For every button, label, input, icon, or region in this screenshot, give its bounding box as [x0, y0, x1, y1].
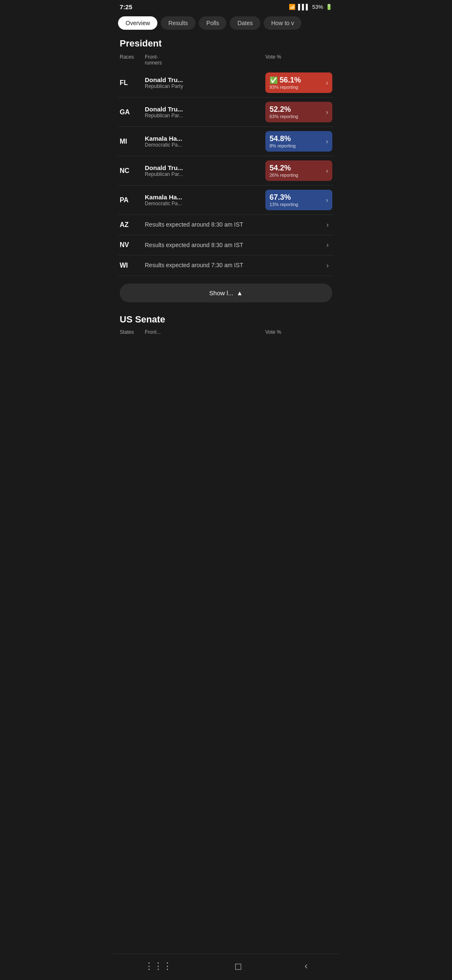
senate-col-votepct: Vote %	[265, 329, 332, 335]
race-info-MI: Kamala Ha... Democratic Pa...	[145, 135, 265, 148]
race-party-FL: Republican Party	[145, 83, 265, 89]
race-candidate-MI: Kamala Ha...	[145, 135, 265, 142]
race-row-GA[interactable]: GA Donald Tru... Republican Par... 52.2%…	[118, 98, 334, 127]
nav-back-icon[interactable]: ‹	[296, 959, 316, 973]
vote-reporting-NC: 26% reporting	[270, 173, 324, 178]
senate-table-header: States Front... Vote %	[120, 327, 332, 338]
race-candidate-PA: Kamala Ha...	[145, 193, 265, 201]
race-info-PA: Kamala Ha... Democratic Pa...	[145, 193, 265, 206]
vote-reporting-PA: 13% reporting	[270, 202, 324, 207]
race-candidate-FL: Donald Tru...	[145, 76, 265, 83]
vote-pct-PA: 67.3%	[270, 193, 324, 202]
nav-recents-icon[interactable]: ⋮⋮⋮	[136, 959, 180, 973]
race-state-NC: NC	[120, 167, 145, 175]
race-row-FL[interactable]: FL Donald Tru... Republican Party ✅ 56.1…	[118, 68, 334, 98]
race-state-WI: WI	[120, 262, 145, 269]
race-state-MI: MI	[120, 138, 145, 145]
vote-box-NC[interactable]: 54.2% 26% reporting ›	[265, 160, 332, 181]
tab-dates[interactable]: Dates	[230, 16, 260, 30]
race-state-GA: GA	[120, 108, 145, 116]
chevron-PA: ›	[326, 196, 328, 204]
nav-home-icon[interactable]: ◻	[226, 959, 250, 973]
table-header: Races Front-runners Vote %	[113, 52, 339, 68]
vote-box-FL[interactable]: ✅ 56.1% 93% reporting ›	[265, 72, 332, 93]
status-time: 7:25	[120, 3, 132, 10]
race-row-WI[interactable]: WI Results expected around 7:30 am IST ›	[118, 255, 334, 276]
wifi-icon: 📶	[289, 4, 295, 10]
senate-col-front: Front...	[145, 329, 265, 335]
battery-icon: 🔋	[326, 4, 332, 10]
tab-bar: Overview Results Polls Dates How to v	[113, 12, 339, 34]
col-frontrunners: Front-runners	[145, 54, 265, 66]
race-state-NV: NV	[120, 241, 145, 249]
chevron-NC: ›	[326, 167, 328, 175]
chevron-AZ: ›	[326, 221, 332, 229]
vote-pct-MI: 54.8%	[270, 134, 324, 143]
bottom-nav: ⋮⋮⋮ ◻ ‹	[113, 954, 339, 980]
tab-howto[interactable]: How to v	[264, 16, 301, 30]
vote-box-PA[interactable]: 67.3% 13% reporting ›	[265, 190, 332, 210]
status-bar: 7:25 📶 ▌▌▌ 53% 🔋	[113, 0, 339, 12]
chevron-NV: ›	[326, 241, 332, 249]
tab-results[interactable]: Results	[161, 16, 195, 30]
vote-reporting-FL: 93% reporting	[270, 85, 324, 90]
race-row-NV[interactable]: NV Results expected around 8:30 am IST ›	[118, 235, 334, 256]
col-votepct: Vote %	[265, 54, 332, 66]
show-more-label: Show l...	[209, 289, 234, 297]
vote-pct-GA: 52.2%	[270, 105, 324, 114]
battery-text: 53%	[312, 4, 323, 10]
vote-reporting-GA: 63% reporting	[270, 114, 324, 119]
race-info-NC: Donald Tru... Republican Par...	[145, 164, 265, 177]
race-list: FL Donald Tru... Republican Party ✅ 56.1…	[113, 68, 339, 276]
expected-text-WI: Results expected around 7:30 am IST	[145, 261, 324, 270]
chevron-WI: ›	[326, 262, 332, 269]
vote-pct-FL: 56.1%	[280, 76, 301, 85]
race-party-GA: Republican Par...	[145, 113, 265, 119]
chevron-GA: ›	[326, 108, 328, 116]
vote-box-MI[interactable]: 54.8% 8% reporting ›	[265, 131, 332, 152]
status-icons: 📶 ▌▌▌ 53% 🔋	[289, 4, 332, 10]
race-state-AZ: AZ	[120, 221, 145, 229]
race-party-NC: Republican Par...	[145, 171, 265, 177]
show-more-button[interactable]: Show l... ▲	[120, 284, 332, 302]
tab-polls[interactable]: Polls	[199, 16, 226, 30]
tab-overview[interactable]: Overview	[118, 16, 157, 30]
us-senate-title: US Senate	[120, 314, 332, 325]
race-row-AZ[interactable]: AZ Results expected around 8:30 am IST ›	[118, 215, 334, 235]
expected-text-NV: Results expected around 8:30 am IST	[145, 241, 324, 250]
expected-text-AZ: Results expected around 8:30 am IST	[145, 221, 324, 229]
race-state-PA: PA	[120, 196, 145, 204]
race-party-MI: Democratic Pa...	[145, 142, 265, 148]
race-candidate-NC: Donald Tru...	[145, 164, 265, 171]
race-info-FL: Donald Tru... Republican Party	[145, 76, 265, 89]
president-title: President	[113, 34, 339, 52]
signal-icon: ▌▌▌	[298, 4, 310, 10]
race-state-FL: FL	[120, 79, 145, 87]
chevron-FL: ›	[326, 79, 328, 87]
president-section: President Races Front-runners Vote % FL …	[113, 34, 339, 276]
race-row-PA[interactable]: PA Kamala Ha... Democratic Pa... 67.3% 1…	[118, 186, 334, 215]
checkmark-FL: ✅	[270, 76, 278, 84]
vote-box-GA[interactable]: 52.2% 63% reporting ›	[265, 102, 332, 122]
senate-col-states: States	[120, 329, 145, 335]
race-party-PA: Democratic Pa...	[145, 201, 265, 206]
chevron-MI: ›	[326, 138, 328, 145]
vote-reporting-MI: 8% reporting	[270, 143, 324, 148]
race-row-MI[interactable]: MI Kamala Ha... Democratic Pa... 54.8% 8…	[118, 127, 334, 156]
race-candidate-GA: Donald Tru...	[145, 106, 265, 113]
race-info-GA: Donald Tru... Republican Par...	[145, 106, 265, 119]
us-senate-section: US Senate States Front... Vote %	[113, 310, 339, 339]
col-races: Races	[120, 54, 145, 66]
vote-pct-NC: 54.2%	[270, 164, 324, 173]
chevron-up-icon: ▲	[236, 289, 243, 297]
race-row-NC[interactable]: NC Donald Tru... Republican Par... 54.2%…	[118, 156, 334, 186]
